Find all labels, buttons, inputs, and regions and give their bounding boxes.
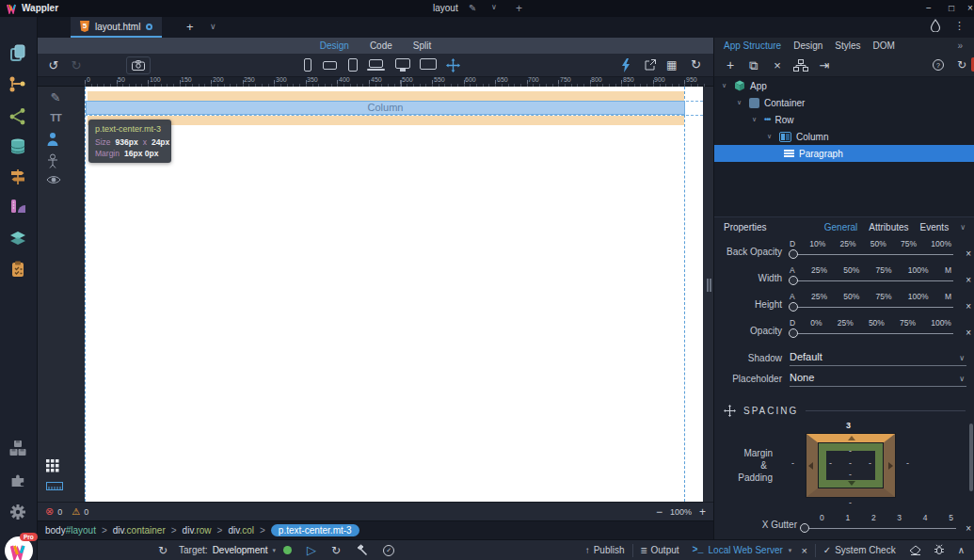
wappler-pro-logo[interactable]: Pro [5,536,33,560]
connections-icon[interactable] [8,107,29,128]
tab-design[interactable]: Design [793,40,822,51]
chevron-down-icon[interactable]: ∨ [737,99,744,106]
options-kebab-icon[interactable]: ⋮ [954,20,965,32]
accessibility-icon[interactable] [46,153,65,170]
visibility-eye-icon[interactable] [46,174,65,191]
breadcrumb-item[interactable]: body#layout [45,525,96,536]
app-connect-lightning-icon[interactable] [621,58,631,72]
reload-icon[interactable]: ↻ [331,544,341,557]
padding-bottom-value[interactable]: - [849,470,852,479]
duplicate-element-icon[interactable]: ⧉ [745,54,762,77]
target-value[interactable]: Development [213,545,268,555]
refresh-view-icon[interactable]: ↻ [691,57,701,72]
clear-icon[interactable]: × [966,275,971,285]
collapse-statusbar-icon[interactable]: ∧ [958,545,965,555]
slider-knob[interactable] [789,328,798,338]
gutter-tick[interactable]: 0 [820,513,824,522]
output-button[interactable]: Output [651,545,679,555]
slider-tick[interactable]: 75% [876,265,892,275]
mode-code[interactable]: Code [370,40,392,51]
slider-tick[interactable]: 50% [843,265,859,275]
slider-tick[interactable]: 100% [931,239,951,248]
padding-left-value[interactable]: - [829,458,832,468]
tree-item-column[interactable]: ∨ Column [714,128,974,145]
gutter-tick[interactable]: 5 [949,513,953,522]
tree-item-row[interactable]: ∨ ••• Row [714,111,974,128]
server-selector[interactable]: Local Web Server [709,545,783,555]
slider-tick[interactable]: 75% [876,292,892,301]
breadcrumb-item[interactable]: div.col [228,525,254,536]
gutter-tick[interactable]: 1 [845,513,850,522]
device-phone-landscape-icon[interactable] [323,61,337,70]
margin-top-value[interactable]: 3 [846,421,851,430]
slider-track[interactable] [790,254,953,255]
delete-element-icon[interactable]: × [769,54,786,77]
slider-tick[interactable]: 25% [811,265,827,275]
padding-right-value[interactable]: - [869,458,871,468]
slider-tick[interactable]: D [790,318,795,328]
properties-tab-general[interactable]: General [824,222,858,232]
components-grid-icon[interactable]: ▦ [666,58,677,72]
mode-design[interactable]: Design [320,40,349,51]
zoom-out-icon[interactable]: − [656,505,663,519]
placeholder-select[interactable]: None ∨ [790,372,966,387]
panel-resize-grip[interactable] [707,279,711,292]
routes-signpost-icon[interactable] [8,168,29,188]
design-styles-icon[interactable] [8,198,29,218]
padding-top-value[interactable]: - [849,446,852,456]
slider-tick[interactable]: 0% [810,318,822,328]
tab-layout-html[interactable]: 5 layout.html [71,17,162,38]
close-button[interactable]: × [960,3,974,13]
clear-icon[interactable]: × [966,301,971,312]
chevron-down-icon[interactable]: ∨ [767,133,774,140]
slider-track[interactable] [790,307,953,308]
margin-left-value[interactable]: - [791,458,794,468]
margin-box[interactable]: - - - - - [806,434,895,497]
gutter-tick[interactable]: 3 [897,513,902,522]
slider-tick[interactable]: 25% [811,292,827,301]
structure-tree-icon[interactable] [793,59,808,72]
properties-tab-events[interactable]: Events [920,222,950,232]
slider-tick[interactable]: D [790,239,795,248]
gutter-slider-knob[interactable] [800,523,809,533]
resize-move-icon[interactable] [446,58,460,72]
chevron-down-icon[interactable]: ∨ [752,116,759,123]
tab-app-structure[interactable]: App Structure [724,40,781,51]
clear-icon[interactable]: × [966,523,971,534]
output-hamburger-icon[interactable]: ≡ [641,544,647,557]
layers-icon[interactable] [8,230,29,250]
chevron-down-icon[interactable]: ∨ [722,82,729,89]
slider-knob[interactable] [789,276,798,285]
tree-item-container[interactable]: ∨ Container [714,94,974,111]
export-structure-icon[interactable]: ⇥ [816,54,833,77]
redo-icon[interactable]: ↻ [68,54,85,77]
clean-eraser-icon[interactable] [909,545,922,555]
slider-tick[interactable]: A [790,292,795,301]
grid-toggle-icon[interactable] [46,459,65,476]
slider-tick[interactable]: 50% [870,239,886,248]
tab-dom[interactable]: DOM [873,40,895,51]
design-canvas[interactable]: Column p.text-center.mt-3 Size 936px x 2… [85,87,703,502]
gutter-tick[interactable]: 4 [923,513,928,522]
close-server-icon[interactable]: × [801,545,806,556]
publish-button[interactable]: Publish [594,545,625,555]
extensions-icon[interactable] [8,471,29,491]
rename-pencil-icon[interactable]: ✎ [469,3,476,13]
settings-gear-icon[interactable] [8,503,29,523]
device-tablet-icon[interactable] [348,58,358,72]
validate-check-icon[interactable]: ✓ [383,545,394,556]
clear-icon[interactable]: × [966,248,971,259]
doc-dropdown-icon[interactable]: ∨ [491,3,497,11]
slider-tick[interactable]: 100% [908,265,929,275]
slider-tick[interactable]: 50% [869,318,885,328]
slider-tick[interactable]: M [945,265,951,275]
slider-tick[interactable]: 75% [901,239,917,248]
help-icon[interactable]: ? [933,59,944,71]
theme-droplet-icon[interactable] [930,19,941,32]
slider-tick[interactable]: M [945,292,951,301]
build-hammer-icon[interactable] [356,544,368,556]
margin-right-value[interactable]: - [906,458,909,468]
tree-item-paragraph[interactable]: Paragraph [714,145,974,162]
ruler-toggle-icon[interactable] [46,482,65,499]
slider-tick[interactable]: 50% [843,292,859,301]
